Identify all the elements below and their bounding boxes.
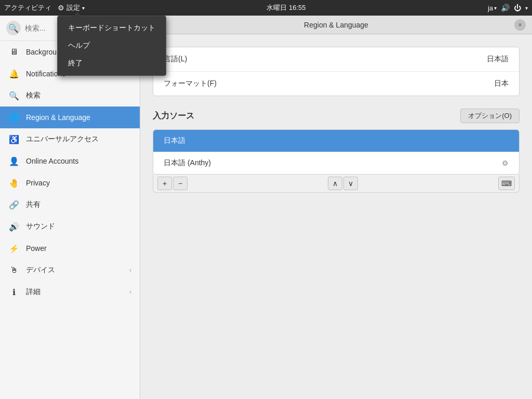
format-label: フォーマット(F) [164, 79, 217, 88]
menu-item-quit[interactable]: 終了 [58, 55, 166, 72]
details-icon: ℹ [8, 286, 20, 298]
gear-settings-icon[interactable]: ⚙ [502, 159, 509, 167]
gear-icon: ⚙ [58, 4, 64, 12]
sidebar-item-label: Power [26, 244, 131, 252]
input-source-list: 日本語 日本語 (Anthy) ⚙ [153, 129, 520, 175]
settings-dropdown-menu: キーボードショートカット ヘルプ 終了 [57, 16, 166, 76]
sidebar-item-label: 共有 [26, 200, 131, 209]
sidebar-item-share[interactable]: 🔗 共有 [0, 194, 140, 216]
chevron-right-icon: › [129, 288, 131, 296]
format-row[interactable]: フォーマット(F) 日本 [153, 72, 519, 96]
keyboard-preview-button[interactable]: ⌨ [498, 177, 515, 190]
chevron-right-icon: › [129, 267, 131, 274]
language-value: 日本語 [487, 55, 509, 64]
input-source-item-japanese[interactable]: 日本語 [153, 130, 519, 152]
privacy-icon: 🤚 [8, 177, 20, 189]
settings-menu-button[interactable]: ⚙ 設定 ▾ [58, 3, 85, 12]
notifications-icon: 🔔 [8, 68, 20, 79]
system-menu-arrow[interactable]: ▾ [525, 5, 528, 11]
sidebar-item-sound[interactable]: 🔊 サウンド [0, 216, 140, 237]
input-source-label: 日本語 [164, 136, 185, 145]
sound-icon: 🔊 [8, 221, 20, 232]
lang-dropdown-arrow: ▾ [494, 5, 497, 11]
input-source-toolbar: + − ∧ ∨ ⌨ [153, 175, 520, 193]
region-icon: 🌐 [8, 112, 20, 123]
sidebar-item-devices[interactable]: 🖱 デバイス › [0, 259, 140, 281]
search-nav-icon: 🔍 [8, 90, 20, 101]
sidebar-item-label: 検索 [26, 91, 131, 100]
clock-display: 水曜日 16:55 [267, 3, 305, 12]
add-source-button[interactable]: + [157, 177, 172, 190]
window-title-bar: Region & Language × [140, 16, 532, 34]
options-button[interactable]: オプション(O) [460, 109, 520, 123]
settings-label: 設定 [66, 3, 80, 12]
devices-icon: 🖱 [8, 264, 20, 276]
power-icon[interactable]: ⏻ [514, 4, 521, 12]
remove-source-button[interactable]: − [173, 177, 188, 190]
sidebar-item-label: 詳細 [26, 287, 123, 297]
background-icon: 🖥 [8, 46, 20, 58]
sidebar-item-label: Online Accounts [26, 157, 131, 165]
volume-icon[interactable]: 🔊 [501, 4, 510, 12]
input-source-header: 入力ソース オプション(O) [153, 109, 520, 123]
sidebar-item-label: Region & Language [26, 113, 131, 122]
universal-access-icon: ♿ [8, 134, 20, 145]
sidebar-item-region[interactable]: 🌐 Region & Language [0, 107, 140, 128]
input-source-title: 入力ソース [153, 111, 194, 122]
window-title: Region & Language [158, 21, 514, 29]
move-down-button[interactable]: ∨ [343, 177, 358, 190]
sidebar-item-search[interactable]: 🔍 検索 [0, 85, 140, 107]
input-source-label: 日本語 (Anthy) [164, 158, 211, 168]
sidebar-item-online-accounts[interactable]: 👤 Online Accounts [0, 150, 140, 172]
language-indicator[interactable]: ja ▾ [488, 4, 497, 12]
format-value: 日本 [494, 79, 509, 88]
share-icon: 🔗 [8, 199, 20, 210]
online-accounts-icon: 👤 [8, 155, 20, 167]
search-icon: 🔍 [8, 23, 19, 33]
sidebar-item-details[interactable]: ℹ 詳細 › [0, 281, 140, 303]
sidebar-item-label: ユニバーサルアクセス [26, 135, 131, 144]
activities-button[interactable]: アクティビティ [4, 3, 51, 12]
search-icon-wrap: 🔍 [6, 21, 21, 35]
close-button[interactable]: × [514, 19, 526, 31]
sidebar-item-power[interactable]: ⚡ Power [0, 237, 140, 259]
menu-item-help[interactable]: ヘルプ [58, 37, 166, 55]
language-label: 言語(L) [164, 55, 187, 64]
dropdown-arrow-icon: ▾ [82, 5, 85, 11]
language-format-card: 言語(L) 日本語 フォーマット(F) 日本 [153, 47, 520, 96]
sidebar-item-label: サウンド [26, 222, 131, 231]
menu-item-keyboard-shortcuts[interactable]: キーボードショートカット [58, 19, 166, 37]
lang-label: ja [488, 4, 493, 12]
power-nav-icon: ⚡ [8, 243, 20, 254]
language-row[interactable]: 言語(L) 日本語 [153, 47, 519, 72]
sidebar-item-label: Privacy [26, 179, 131, 187]
sidebar-item-universal-access[interactable]: ♿ ユニバーサルアクセス [0, 128, 140, 150]
input-source-item-anthy[interactable]: 日本語 (Anthy) ⚙ [153, 152, 519, 174]
settings-panel: 言語(L) 日本語 フォーマット(F) 日本 入力ソース オプション(O) 日本… [140, 34, 532, 399]
sidebar-item-label: デバイス [26, 265, 123, 275]
content-area: Region & Language × 言語(L) 日本語 フォーマット(F) … [140, 16, 532, 399]
move-up-button[interactable]: ∧ [328, 177, 342, 190]
sidebar-item-privacy[interactable]: 🤚 Privacy [0, 172, 140, 194]
